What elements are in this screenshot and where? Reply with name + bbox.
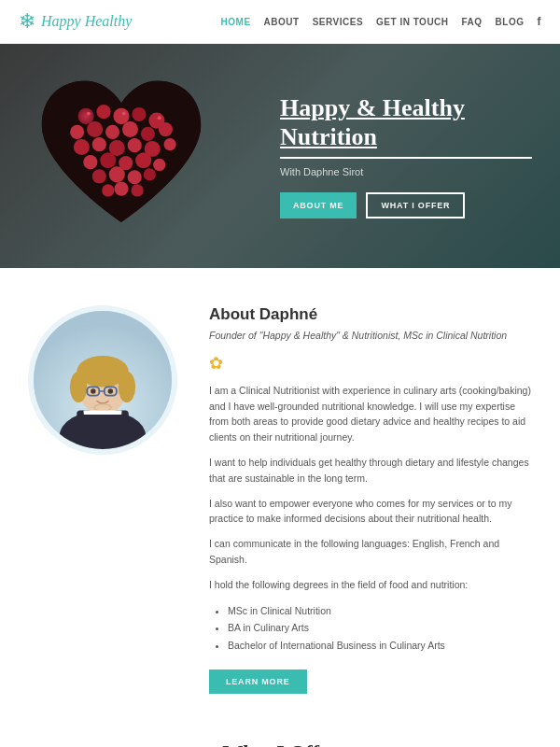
about-para-4: I can communicate in the following langu… xyxy=(209,536,532,568)
svg-point-1 xyxy=(78,108,94,124)
about-para-2: I want to help individuals get healthy t… xyxy=(209,455,532,486)
heart-image xyxy=(33,72,210,240)
nav-faq[interactable]: FAQ xyxy=(462,17,483,27)
nav-home[interactable]: HOME xyxy=(221,17,251,27)
hero-content: Happy & HealthyNutrition With Daphne Sir… xyxy=(271,44,541,268)
svg-point-44 xyxy=(91,388,96,394)
degree-3: Bachelor of International Business in Cu… xyxy=(228,637,532,655)
nav-contact[interactable]: GET IN TOUCH xyxy=(376,17,448,27)
svg-point-6 xyxy=(70,125,84,139)
about-para-3: I also want to empower everyone who come… xyxy=(209,496,532,528)
svg-rect-47 xyxy=(84,410,122,415)
svg-point-23 xyxy=(92,169,106,183)
svg-point-29 xyxy=(131,184,143,196)
about-title: About Daphné xyxy=(209,305,532,324)
svg-point-27 xyxy=(102,184,114,196)
nav-links: HOME ABOUT SERVICES GET IN TOUCH FAQ BLO… xyxy=(221,15,541,28)
logo[interactable]: ❄ Happy Healthy xyxy=(19,9,132,34)
svg-point-22 xyxy=(153,159,165,171)
svg-rect-35 xyxy=(77,410,129,444)
svg-rect-0 xyxy=(33,72,209,240)
about-section: About Daphné Founder of "Happy & Healthy… xyxy=(0,268,560,722)
hero-section: Happy & HealthyNutrition With Daphne Sir… xyxy=(0,44,560,268)
svg-point-2 xyxy=(96,105,110,119)
portrait-svg xyxy=(34,305,172,455)
svg-point-32 xyxy=(158,116,161,120)
svg-point-9 xyxy=(122,121,138,137)
about-image-col xyxy=(28,305,187,455)
navigation: ❄ Happy Healthy HOME ABOUT SERVICES GET … xyxy=(0,0,560,44)
svg-point-25 xyxy=(128,170,142,184)
degree-2: BA in Culinary Arts xyxy=(228,619,532,637)
about-me-button[interactable]: ABOUT ME xyxy=(280,192,357,218)
svg-point-4 xyxy=(132,107,146,121)
svg-point-7 xyxy=(87,121,103,137)
logo-text: Happy Healthy xyxy=(41,13,132,30)
logo-icon: ❄ xyxy=(19,9,35,34)
learn-more-button[interactable]: LEARN MORE xyxy=(209,669,307,694)
nav-about[interactable]: ABOUT xyxy=(264,17,300,27)
svg-point-40 xyxy=(119,372,135,402)
svg-point-31 xyxy=(122,112,126,116)
about-para-5: I hold the following degrees in the fiel… xyxy=(209,577,532,593)
about-portrait xyxy=(28,305,177,455)
about-para-1: I am a Clinical Nutritionist with experi… xyxy=(209,383,532,445)
hero-title: Happy & HealthyNutrition xyxy=(280,93,532,159)
about-text-col: About Daphné Founder of "Happy & Healthy… xyxy=(209,305,532,694)
svg-point-15 xyxy=(128,138,142,152)
nav-services[interactable]: SERVICES xyxy=(313,17,363,27)
svg-point-26 xyxy=(144,168,156,180)
hero-buttons: ABOUT ME WHAT I OFFER xyxy=(280,192,532,218)
svg-point-45 xyxy=(108,388,114,394)
nav-blog[interactable]: BLOG xyxy=(496,17,525,27)
svg-point-17 xyxy=(163,138,175,150)
sun-divider-icon: ✿ xyxy=(209,353,532,374)
hero-image xyxy=(19,63,224,249)
svg-point-30 xyxy=(87,112,91,116)
svg-point-13 xyxy=(92,137,106,151)
about-subtitle: Founder of "Happy & Healthy" & Nutrition… xyxy=(209,328,532,344)
svg-point-24 xyxy=(109,166,125,182)
svg-point-12 xyxy=(74,139,90,155)
svg-point-11 xyxy=(159,122,173,136)
facebook-icon[interactable]: f xyxy=(538,15,542,28)
offer-section: What I Offer Happy & Healthy provides ta… xyxy=(0,722,560,747)
svg-point-3 xyxy=(113,108,129,124)
offer-title: What I Offer xyxy=(28,740,532,747)
svg-point-19 xyxy=(100,152,116,168)
svg-point-39 xyxy=(70,372,88,402)
svg-point-18 xyxy=(83,155,97,169)
svg-point-10 xyxy=(141,127,155,141)
hero-subtitle: With Daphne Sirot xyxy=(280,166,532,177)
degree-1: MSc in Clinical Nutrition xyxy=(228,602,532,620)
svg-point-21 xyxy=(135,152,151,168)
about-degrees-list: MSc in Clinical Nutrition BA in Culinary… xyxy=(228,602,532,655)
svg-point-28 xyxy=(114,181,128,195)
svg-point-8 xyxy=(105,125,119,139)
what-i-offer-button[interactable]: WHAT I OFFER xyxy=(366,192,465,218)
